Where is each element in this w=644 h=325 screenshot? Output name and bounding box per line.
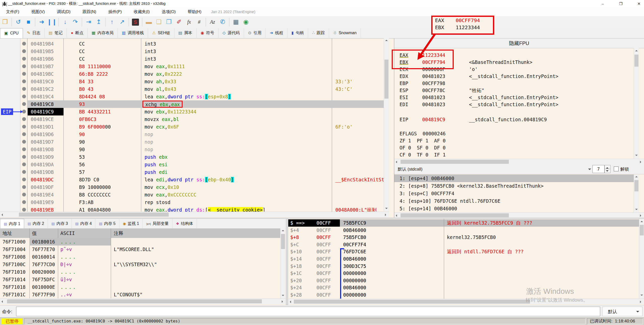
menu-item-文件(F)[interactable]: 文件(F) [0,8,25,16]
comment-cell[interactable]: 43:'C' [332,85,389,93]
title-bar[interactable]: __stdcall_function.exe - PID: 2930 - 模块:… [0,0,644,8]
register-name[interactable]: EDI [400,101,408,108]
breakpoint-dot-icon[interactable] [22,125,26,129]
instruction-cell[interactable]: mov ah,0x33 [141,78,332,85]
stack-row[interactable]: $ ==>00CFF75B5FCC9返回到 kernel32.75B5FCC9 … [288,219,639,227]
menu-item-插件(P)[interactable]: 插件(P) [102,8,128,16]
disasm-row[interactable]: 004819DC8D7D C0lea edi,dword ptr ss:[ebp… [0,176,389,183]
breakpoint-dot-icon[interactable] [22,208,26,212]
close-button[interactable]: ✕ [633,0,644,8]
menu-item-收藏夹(I)[interactable]: 收藏夹(I) [128,8,156,16]
memory-address[interactable]: 76F7101C [3,291,26,298]
address-cell[interactable]: 004819DA [28,161,63,168]
restart-icon[interactable]: ↺ [13,16,23,28]
instruction-cell[interactable]: lea eax,dword ptr ss:[esp+0x8] [141,93,332,100]
stack-vscrollbar[interactable] [639,219,644,299]
bytes-cell[interactable]: 0FB6C3 [63,115,141,123]
instruction-cell[interactable]: mov ecx,0x10 [141,183,332,191]
bytes-cell[interactable]: 8D7D C0 [63,176,141,183]
memory-value[interactable]: 76F77E70 [29,246,58,253]
tab-符号[interactable]: ◉符号 [197,28,219,38]
bytes-cell[interactable]: CC [63,55,141,63]
stack-value[interactable]: 00000000 [343,277,366,284]
register-name[interactable]: EDX [400,73,408,80]
stack-offset[interactable]: $+10 [290,248,302,255]
stop-icon[interactable]: ■ [23,16,33,28]
breakpoint-dot-icon[interactable] [22,170,26,174]
open-file-icon[interactable]: ❒ [0,16,10,28]
address-cell[interactable]: 004819C4 [28,93,63,100]
breakpoint-dot-icon[interactable] [22,132,26,136]
bytes-cell[interactable]: BB 44332211 [63,108,141,115]
stack-hscrollbar[interactable] [288,299,644,304]
instruction-cell[interactable]: int3 [141,40,332,48]
stack-offset[interactable]: $+24 [290,284,302,291]
stack-offset[interactable]: $+18 [290,263,302,270]
bytes-cell[interactable]: B4 33 [63,78,141,85]
disasm-row[interactable]: 004819DA56push esi [0,161,389,168]
stack-value[interactable]: 00000000 [343,270,366,277]
disasm-row[interactable]: 004819B4CCint3 [0,40,389,48]
breakpoint-dot-icon[interactable] [22,64,26,68]
args-count-spinner[interactable]: 7 [592,165,604,173]
memory-value[interactable]: 00180016 [29,238,58,246]
memory-row[interactable]: 76F7101476F75DFCü]÷v [0,276,280,283]
register-vscrollbar[interactable] [634,48,639,159]
disasm-row[interactable]: EIP004819C9BB 44332211mov ebx,0x11223344 [0,108,389,115]
stack-arg-row[interactable]: 4: [esp+10] 76FD7C6E ntdll.76FD7C6E [394,197,639,205]
stack-value[interactable]: 00B46000 [343,255,366,263]
breakpoint-dot-icon[interactable] [22,147,26,151]
stack-address[interactable]: 00CFF [316,263,340,270]
disassembly-pane[interactable]: 004819B4CCint3004819B5CCint3004819B6CCin… [0,38,389,218]
instruction-cell[interactable]: mov eax,0xCCCCCCCC [141,191,332,198]
patch-icon[interactable]: ▬ [144,16,154,28]
tab-内存布局[interactable]: ▦内存布局 [88,28,118,38]
disasm-row[interactable]: 004819C0B4 33mov ah,0x3333:'3' [0,78,389,85]
instruction-cell[interactable]: int3 [141,55,332,63]
menu-item-跟踪(N)[interactable]: 跟踪(N) [77,8,102,16]
memory-ascii[interactable]: .... [58,283,111,291]
mem-tab-内存 1[interactable]: ▤内存 1 [0,219,24,228]
memory-ascii[interactable]: p˜÷v [58,246,111,253]
disassembly-hscrollbar[interactable] [0,212,389,217]
memory-row[interactable]: 76F7100476F77E70p˜÷vL"MSCOREE.DLL" [0,246,280,253]
step-over-icon[interactable]: ↷ [70,16,80,28]
bytes-cell[interactable]: 57 [63,168,141,176]
comment-icon[interactable]: ❏ [154,16,164,28]
stack-row[interactable]: $+C00CFF00CFF7F4 [288,241,639,248]
memory-ascii[interactable]: ..÷v [58,291,111,298]
address-cell[interactable]: 004819DB [28,168,63,176]
register-value[interactable]: 00CFF798 [422,80,445,87]
stack-arg-row[interactable]: 5: [esp+14] 00B46000 [394,205,639,212]
args-vscrollbar[interactable] [634,175,639,212]
disasm-row[interactable]: 004819E4B8 CCCCCCCCmov eax,0xCCCCCCCC [0,191,389,198]
address-cell[interactable]: 004819D8 [28,146,63,153]
memory-row[interactable]: 76F7100C76F77CD0Đ|÷vL"\\SYSTEM32\\" [0,261,280,268]
disasm-row[interactable]: 004819B6CCint3 [0,55,389,63]
step-into-icon[interactable]: ↓ [60,16,70,28]
register-value[interactable]: 00481023 [422,101,445,108]
stack-address[interactable]: 00CFF [316,270,340,277]
disasm-row[interactable]: 004819D790nop [0,138,389,146]
memory-value[interactable]: 76F75DFC [29,276,58,283]
stack-address[interactable]: 00CFF [316,234,340,241]
address-cell[interactable]: 004819D7 [28,138,63,146]
stack-address[interactable]: 00CFF [316,227,340,234]
hash-icon[interactable]: # [194,16,204,28]
bytes-cell[interactable]: 90 [63,146,141,153]
instruction-cell[interactable]: int3 [141,48,332,55]
stack-offset[interactable]: $ ==> [290,219,305,227]
address-cell[interactable]: 004819CE [28,115,63,123]
bytes-cell[interactable]: 93 [63,100,141,108]
mem-tab-局部变量[interactable]: |x=|局部变量 [143,219,172,228]
flags-row[interactable]: ZF 1 PF 1 AF 0 [394,137,638,144]
instruction-cell[interactable]: mov al,0x43 [141,85,332,93]
stack-value[interactable]: 00000000 [343,291,366,299]
register-row[interactable]: ESI00481023<__stdcall_function.EntryPoin… [394,94,638,101]
stack-offset[interactable]: $+1C [290,270,302,277]
stack-row[interactable]: $+400CFF00B46000 [288,227,639,234]
minimize-button[interactable]: – [597,0,608,8]
mem-tab-内存 5[interactable]: ▤内存 5 [95,219,119,228]
address-cell[interactable]: 004819C8 [28,100,63,108]
disasm-row[interactable]: 004819CE0FB6C3movzx eax,bl [0,115,389,123]
